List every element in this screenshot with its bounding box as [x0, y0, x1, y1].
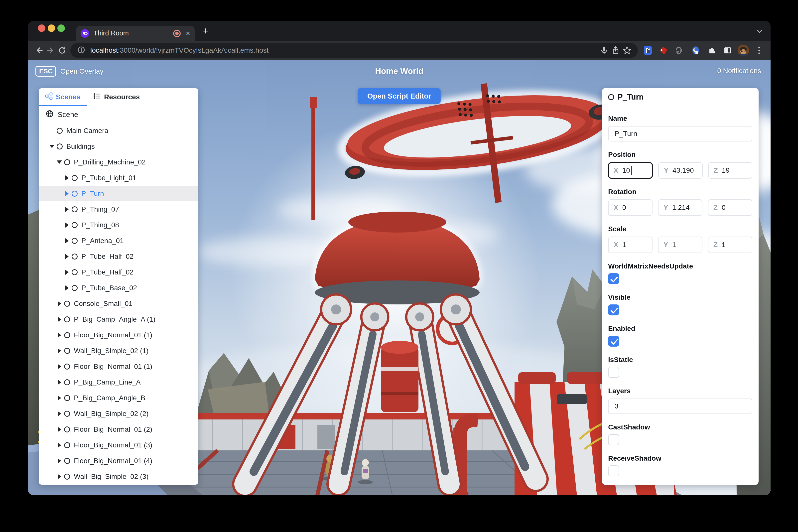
tree-item-p-tube-half-02[interactable]: P_Tube_Half_02 — [39, 264, 198, 280]
scene-tree: Main CameraBuildingsP_Drilling_Machine_0… — [39, 123, 198, 484]
scale-x-input[interactable]: X1 — [608, 236, 652, 253]
recycle-extension-icon[interactable] — [674, 44, 686, 56]
scale-y-input[interactable]: Y1 — [658, 236, 702, 253]
rotation-y-input[interactable]: Y1.214 — [658, 200, 702, 216]
minimize-button[interactable] — [48, 24, 55, 32]
tree-item-p-turn[interactable]: P_Turn — [39, 186, 198, 202]
close-button[interactable] — [38, 24, 45, 32]
tree-item-wall-big-simple-02-2[interactable]: Wall_Big_Simple_02 (2) — [39, 406, 198, 421]
tree-item-p-tube-light-01[interactable]: P_Tube_Light_01 — [39, 170, 198, 186]
entity-circle-icon — [72, 206, 78, 212]
expand-arrow-icon[interactable] — [57, 411, 62, 417]
expand-arrow-icon[interactable] — [64, 222, 70, 228]
tree-item-p-big-camp-line-a[interactable]: P_Big_Camp_Line_A — [39, 374, 198, 390]
tab-scenes[interactable]: Scenes — [39, 88, 87, 106]
tree-item-floor-big-normal-01-4[interactable]: Floor_Big_Normal_01 (4) — [39, 453, 198, 469]
scene-root-label: Scene — [58, 111, 78, 119]
moon-extension-icon[interactable] — [690, 44, 702, 56]
expand-arrow-icon[interactable] — [57, 316, 62, 323]
forward-icon[interactable] — [45, 45, 56, 56]
position-y-input[interactable]: Y43.190 — [658, 162, 702, 179]
tree-item-main-camera[interactable]: Main Camera — [39, 123, 198, 138]
expand-arrow-icon[interactable] — [57, 332, 62, 338]
tree-item-p-tube-half-02[interactable]: P_Tube_Half_02 — [39, 249, 198, 264]
tree-item-buildings[interactable]: Buildings — [39, 138, 198, 154]
layers-input[interactable]: 3 — [608, 399, 752, 414]
tree-item-wall-big-simple-02-1[interactable]: Wall_Big_Simple_02 (1) — [39, 343, 198, 359]
enabled-checkbox[interactable] — [608, 336, 619, 347]
inspector-title: P_Turn — [618, 93, 644, 101]
tree-item-p-big-camp-angle-b[interactable]: P_Big_Camp_Angle_B — [39, 390, 198, 406]
tree-item-p-thing-07[interactable]: P_Thing_07 — [39, 202, 198, 217]
tree-item-console-small-01[interactable]: Console_Small_01 — [39, 296, 198, 311]
profile-avatar[interactable] — [738, 45, 749, 56]
open-script-editor-button[interactable]: Open Script Editor — [358, 88, 441, 104]
receive-shadow-checkbox[interactable] — [608, 466, 619, 476]
tree-item-floor-big-normal-01-2[interactable]: Floor_Big_Normal_01 (2) — [39, 421, 198, 437]
extensions-puzzle-icon[interactable] — [706, 44, 718, 56]
new-tab-icon[interactable]: + — [203, 26, 208, 35]
tree-item-floor-big-normal-01-3[interactable]: Floor_Big_Normal_01 (3) — [39, 437, 198, 453]
tree-item-p-tube-base-02[interactable]: P_Tube_Base_02 — [39, 280, 198, 296]
world-matrix-checkbox[interactable] — [608, 273, 619, 284]
tab-resources[interactable]: Resources — [87, 88, 146, 106]
tree-item-p-drilling-machine-02[interactable]: P_Drilling_Machine_02 — [39, 154, 198, 170]
back-icon[interactable] — [34, 45, 45, 56]
expand-arrow-icon[interactable] — [57, 473, 62, 480]
menu-kebab-icon[interactable] — [753, 44, 765, 56]
close-tab-icon[interactable]: × — [186, 30, 190, 37]
bookmark-star-icon[interactable] — [621, 45, 633, 56]
browser-tab[interactable]: Third Room × — [76, 26, 195, 41]
expand-arrow-icon[interactable] — [64, 285, 70, 291]
expand-arrow-icon[interactable] — [64, 269, 70, 276]
expand-arrow-icon[interactable] — [64, 238, 70, 244]
is-static-checkbox[interactable] — [608, 367, 619, 378]
name-label: Name — [608, 115, 752, 122]
page-content: ESC Open Overlay Home World 0 Notificati… — [28, 60, 771, 495]
tree-item-p-thing-08[interactable]: P_Thing_08 — [39, 217, 198, 233]
expand-arrow-icon[interactable] — [57, 363, 62, 370]
share-icon[interactable] — [610, 45, 621, 56]
url-bar[interactable]: localhost:3000/world/!vjrzmTVOcyIsLgaAkA… — [70, 43, 638, 58]
scene-root-item[interactable]: Scene — [39, 106, 198, 123]
cast-shadow-checkbox[interactable] — [608, 434, 619, 445]
expand-arrow-icon[interactable] — [57, 379, 62, 385]
expand-arrow-icon[interactable] — [57, 347, 62, 354]
expand-arrow-icon[interactable] — [57, 442, 62, 449]
tree-item-p-big-camp-angle-a-1[interactable]: P_Big_Camp_Angle_A (1) — [39, 311, 198, 327]
rotation-z-input[interactable]: Z0 — [708, 200, 752, 216]
expand-arrow-icon[interactable] — [57, 395, 62, 401]
enabled-label: Enabled — [608, 325, 752, 332]
expand-arrow-icon[interactable] — [64, 206, 70, 213]
expand-arrow-icon[interactable] — [64, 253, 70, 260]
reload-icon[interactable] — [56, 45, 68, 56]
rotation-row: X0 Y1.214 Z0 — [608, 200, 752, 216]
expand-arrow-icon[interactable] — [64, 190, 70, 197]
expand-arrow-icon[interactable] — [49, 143, 55, 150]
visible-checkbox[interactable] — [608, 304, 619, 316]
tree-item-wall-big-simple-02-3[interactable]: Wall_Big_Simple_02 (3) — [39, 469, 198, 484]
entity-circle-icon — [64, 442, 70, 448]
mic-icon[interactable] — [598, 45, 610, 56]
sidebar-icon[interactable] — [722, 44, 734, 56]
expand-arrow-icon[interactable] — [57, 159, 62, 166]
expand-arrow-icon[interactable] — [57, 458, 62, 464]
site-info-icon[interactable] — [76, 45, 86, 56]
name-input[interactable]: P_Turn — [608, 126, 752, 141]
zoom-button[interactable] — [57, 24, 65, 32]
tab-strip-chevron-icon[interactable] — [755, 27, 764, 37]
rotation-x-input[interactable]: X0 — [608, 200, 652, 216]
red-extension-icon[interactable] — [658, 44, 670, 56]
position-z-input[interactable]: Z19 — [708, 162, 752, 179]
globe-icon — [46, 110, 54, 119]
tree-item-floor-big-normal-01-1[interactable]: Floor_Big_Normal_01 (1) — [39, 359, 198, 374]
tree-item-p-antena-01[interactable]: P_Antena_01 — [39, 233, 198, 249]
position-x-input[interactable]: X10 — [608, 162, 653, 179]
expand-arrow-icon[interactable] — [64, 175, 70, 181]
notifications-label[interactable]: 0 Notifications — [717, 67, 761, 75]
scale-z-input[interactable]: Z1 — [708, 236, 752, 253]
tree-item-floor-big-normal-01-1[interactable]: Floor_Big_Normal_01 (1) — [39, 327, 198, 343]
expand-arrow-icon[interactable] — [57, 300, 62, 307]
expand-arrow-icon[interactable] — [57, 426, 62, 433]
password-extension-icon[interactable] — [642, 44, 654, 56]
